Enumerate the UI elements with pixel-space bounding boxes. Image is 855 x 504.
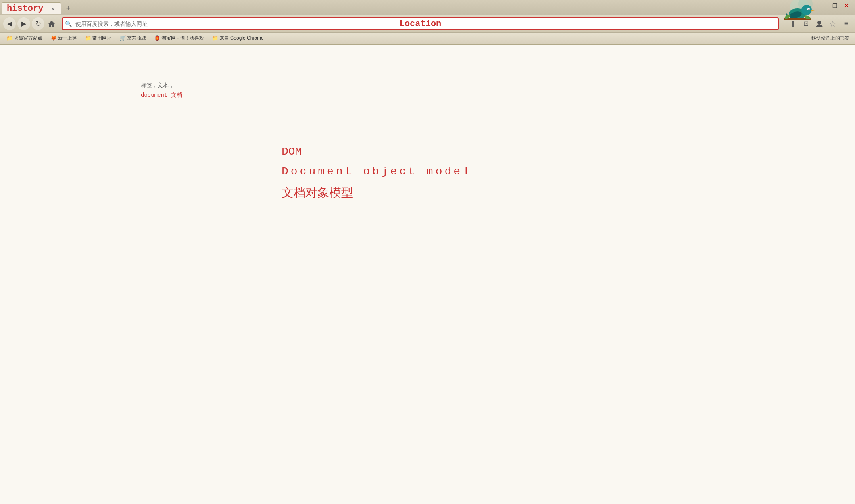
svg-marker-12	[48, 21, 55, 27]
active-tab[interactable]: history ×	[2, 2, 61, 14]
svg-point-5	[807, 8, 810, 10]
svg-point-3	[801, 5, 812, 15]
bookmark-cart-icon: 🛒	[119, 35, 126, 41]
bookmark-label: 来自 Google Chrome	[219, 35, 264, 42]
bookmark-label: 淘宝网 - 淘！我喜欢	[161, 35, 204, 42]
home-button[interactable]	[46, 18, 57, 29]
maximize-button[interactable]: ❐	[830, 2, 840, 10]
bookmark-jd[interactable]: 🛒 京东商城	[116, 34, 149, 42]
mobile-bookmarks-button[interactable]: 移动设备上的书签	[809, 34, 852, 42]
menu-icon[interactable]: ≡	[841, 18, 852, 29]
bookmark-common[interactable]: 📁 常用网址	[82, 34, 115, 42]
bookmark-foxsite[interactable]: 📁 火狐官方站点	[3, 34, 46, 42]
tab-title: history	[7, 4, 46, 13]
nav-right-icons: ||| ⊡ ☆ ≡	[787, 18, 852, 29]
bookmark-chrome[interactable]: 📁 来自 Google Chrome	[209, 34, 267, 42]
top-left-text-block: 标签，文本， document 文档	[141, 80, 182, 100]
nav-bar: ◀ ▶ ↻ 🔍 Location ||| ⊡ ☆ ≡	[0, 15, 855, 33]
bookmark-folder-icon: 📁	[85, 35, 91, 41]
back-button[interactable]: ◀	[3, 17, 16, 30]
refresh-button[interactable]: ↻	[32, 17, 44, 30]
tabs-icon[interactable]: ⊡	[800, 18, 811, 29]
text-line-1: 标签，文本，	[141, 80, 182, 90]
bookmark-star-icon[interactable]: ☆	[827, 18, 838, 29]
dom-text-block: DOM Document object model 文档对象模型	[282, 142, 472, 203]
svg-point-1	[798, 0, 813, 11]
text-line-2: document 文档	[141, 90, 182, 100]
address-input[interactable]	[62, 17, 779, 30]
dom-subtitle: Document object model	[282, 162, 472, 182]
bookmark-folder-icon: 📁	[6, 35, 13, 41]
bookmark-folder2-icon: 📁	[212, 35, 218, 41]
new-tab-button[interactable]: +	[63, 3, 74, 14]
bookmark-label: 火狐官方站点	[14, 35, 42, 42]
svg-point-6	[809, 9, 810, 10]
dom-title: DOM	[282, 142, 472, 162]
close-button[interactable]: ✕	[842, 2, 852, 10]
bookmarks-bar: 📁 火狐官方站点 🦊 新手上路 📁 常用网址 🛒 京东商城 🏮 淘宝网 - 淘！…	[0, 33, 855, 44]
bookmark-newuser[interactable]: 🦊 新手上路	[47, 34, 80, 42]
bookmark-label: 京东商城	[127, 35, 146, 42]
bookmark-taobao-icon: 🏮	[154, 35, 160, 41]
tab-close-button[interactable]: ×	[50, 6, 56, 12]
svg-point-13	[817, 21, 821, 25]
svg-marker-4	[811, 10, 815, 11]
dom-chinese: 文档对象模型	[282, 182, 472, 203]
bookmark-label: 新手上路	[58, 35, 77, 42]
account-icon[interactable]	[814, 18, 825, 29]
page-content: 标签，文本， document 文档 DOM Document object m…	[0, 45, 855, 504]
bookmark-label: 常用网址	[92, 35, 111, 42]
window-controls: — ❐ ✕	[818, 2, 852, 10]
address-bar-container: 🔍 Location	[62, 17, 779, 30]
minimize-button[interactable]: —	[818, 2, 828, 10]
bookmark-taobao[interactable]: 🏮 淘宝网 - 淘！我喜欢	[151, 34, 207, 42]
extensions-icon[interactable]: |||	[787, 18, 798, 29]
bookmark-fox-icon: 🦊	[50, 35, 57, 41]
search-icon: 🔍	[65, 21, 72, 27]
forward-button[interactable]: ▶	[17, 17, 30, 30]
tab-bar: history × +	[0, 0, 855, 15]
